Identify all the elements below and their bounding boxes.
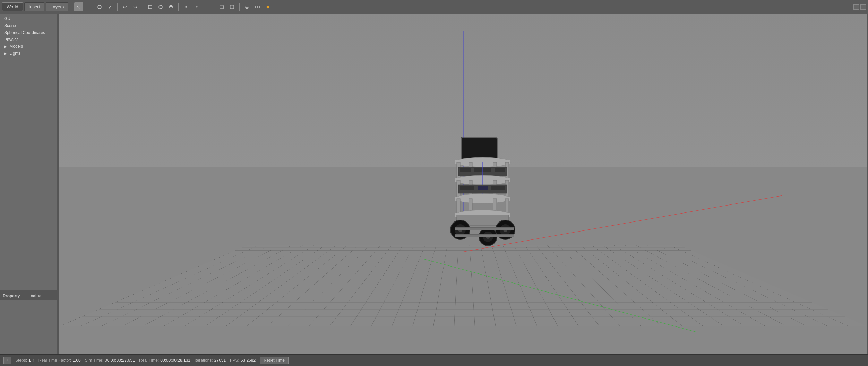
svg-rect-36 xyxy=(457,199,460,214)
fps-indicator: FPS: 63.2682 xyxy=(230,358,256,363)
select-tool-btn[interactable]: ↖ xyxy=(74,2,83,11)
steps-value: 1 xyxy=(28,358,31,363)
left-panel: GUI Scene Spherical Coordinates Physics … xyxy=(0,14,57,354)
property-content xyxy=(0,300,57,354)
viewport-wrapper xyxy=(59,14,868,354)
tree-item-spherical-coordinates[interactable]: Spherical Coordinates xyxy=(0,29,57,36)
toolbar-separator-3 xyxy=(143,3,143,11)
tree-item-physics[interactable]: Physics xyxy=(0,36,57,43)
iterations-label: Iterations: xyxy=(195,358,213,363)
maximize-icon: □ xyxy=(862,5,864,9)
status-bar: ⏸ Steps: 1 ↑ Real Time Factor: 1.00 Sim … xyxy=(0,354,868,366)
real-time-indicator: Real Time: 00:00:00:28.131 xyxy=(139,358,190,363)
minimize-btn[interactable]: − xyxy=(853,4,859,10)
box-tool-btn[interactable] xyxy=(146,2,155,11)
tree-item-models[interactable]: ▶ Models xyxy=(0,43,57,50)
layers-tab[interactable]: Layers xyxy=(46,2,68,11)
iterations-value: 27651 xyxy=(214,358,226,363)
tree-item-gui[interactable]: GUI xyxy=(0,15,57,22)
svg-rect-31 xyxy=(460,186,474,190)
pause-button[interactable]: ⏸ xyxy=(3,357,11,364)
svg-rect-1 xyxy=(148,5,152,9)
sun-tool-btn[interactable]: ☀ xyxy=(181,2,190,11)
iterations-indicator: Iterations: 27651 xyxy=(195,358,226,363)
toolbar-separator-5 xyxy=(214,3,214,11)
rtf-label: Real Time Factor: xyxy=(38,358,71,363)
tree-item-lights-label: Lights xyxy=(9,51,20,56)
robot-model xyxy=(434,131,531,249)
real-time-label: Real Time: xyxy=(139,358,159,363)
rtf-value: 1.00 xyxy=(72,358,80,363)
tree-item-scene-label: Scene xyxy=(4,23,16,28)
fps-value: 63.2682 xyxy=(241,358,256,363)
property-col-label: Property xyxy=(0,293,28,299)
value-col-label: Value xyxy=(28,293,44,299)
minimize-icon: − xyxy=(855,5,857,9)
fps-label: FPS: xyxy=(230,358,239,363)
svg-rect-35 xyxy=(455,197,510,201)
strip-icon xyxy=(204,5,209,9)
copy-tool-btn[interactable]: ❑ xyxy=(217,2,226,11)
world-tab[interactable]: World xyxy=(2,2,23,11)
pin-tool-btn[interactable]: ⊛ xyxy=(242,2,251,11)
svg-rect-20 xyxy=(460,168,471,172)
undo-btn[interactable]: ↩ xyxy=(120,2,129,11)
world-tree: GUI Scene Spherical Coordinates Physics … xyxy=(0,14,57,290)
translate-tool-btn[interactable]: ✛ xyxy=(85,2,94,11)
sphere-icon xyxy=(158,5,163,9)
svg-rect-8 xyxy=(255,6,257,8)
sphere-tool-btn[interactable] xyxy=(156,2,165,11)
strip-tool-btn[interactable] xyxy=(202,2,211,11)
rotate-icon xyxy=(97,5,102,9)
tree-item-spherical-coordinates-label: Spherical Coordinates xyxy=(4,30,45,35)
main-area: GUI Scene Spherical Coordinates Physics … xyxy=(0,14,868,354)
scale-tool-btn[interactable]: ⤢ xyxy=(105,2,114,11)
svg-rect-11 xyxy=(462,138,497,159)
tree-item-scene[interactable]: Scene xyxy=(0,22,57,29)
floor-grid-inner xyxy=(59,245,868,326)
color-tool-btn[interactable]: ■ xyxy=(263,2,272,11)
svg-rect-52 xyxy=(455,227,514,230)
pause-icon: ⏸ xyxy=(6,358,9,362)
tree-item-models-label: Models xyxy=(9,44,23,49)
toolbar-separator-2 xyxy=(117,3,118,11)
property-panel: Property Value xyxy=(0,292,57,354)
wind-tool-btn[interactable]: ≋ xyxy=(192,2,201,11)
box-icon xyxy=(148,5,153,9)
paste-tool-btn[interactable]: ❒ xyxy=(227,2,237,11)
sim-time-label: Sim Time: xyxy=(85,358,103,363)
models-expand-arrow: ▶ xyxy=(4,45,7,49)
viewport[interactable] xyxy=(59,14,868,354)
cylinder-tool-btn[interactable] xyxy=(166,2,175,11)
svg-rect-53 xyxy=(455,234,514,237)
toolbar-separator-1 xyxy=(71,3,71,11)
sim-time-value: 00:00:00:27.651 xyxy=(105,358,135,363)
tree-item-lights[interactable]: ▶ Lights xyxy=(0,50,57,57)
real-time-value: 00:00:00:28.131 xyxy=(160,358,190,363)
robot-svg xyxy=(434,131,531,249)
steps-arrow: ↑ xyxy=(32,358,34,363)
redo-btn[interactable]: ↪ xyxy=(131,2,140,11)
real-time-factor-indicator: Real Time Factor: 1.00 xyxy=(38,358,81,363)
link-icon xyxy=(255,5,260,9)
window-controls: − □ xyxy=(853,4,866,10)
steps-indicator: Steps: 1 ↑ xyxy=(15,358,34,363)
property-header: Property Value xyxy=(0,292,57,300)
rotate-tool-btn[interactable] xyxy=(95,2,104,11)
svg-rect-33 xyxy=(491,186,505,190)
svg-point-2 xyxy=(159,5,162,9)
sim-time-indicator: Sim Time: 00:00:00:27.651 xyxy=(85,358,135,363)
svg-rect-9 xyxy=(258,6,259,8)
tree-item-gui-label: GUI xyxy=(4,16,11,21)
top-toolbar: World Insert Layers ↖ ✛ ⤢ ↩ ↪ ☀ ≋ ❑ ❒ ⊛ … xyxy=(0,0,868,14)
insert-tab[interactable]: Insert xyxy=(24,2,45,11)
lights-expand-arrow: ▶ xyxy=(4,52,7,55)
link-tool-btn[interactable] xyxy=(253,2,262,11)
toolbar-separator-4 xyxy=(178,3,179,11)
tree-item-physics-label: Physics xyxy=(4,37,18,42)
reset-time-button[interactable]: Reset Time xyxy=(260,357,289,364)
svg-rect-32 xyxy=(478,186,488,190)
viewport-right-handle[interactable] xyxy=(867,14,868,354)
steps-label: Steps: xyxy=(15,358,27,363)
maximize-btn[interactable]: □ xyxy=(860,4,866,10)
